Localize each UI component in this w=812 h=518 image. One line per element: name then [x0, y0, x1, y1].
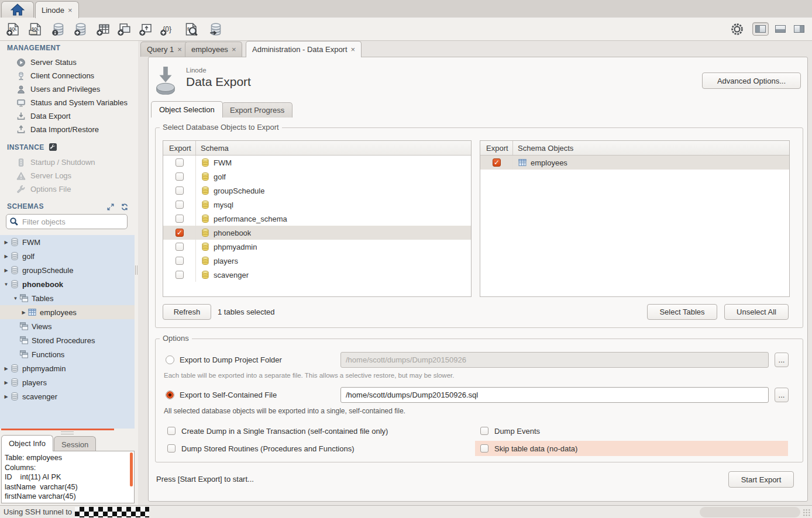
- reconnect-dbms-icon[interactable]: [208, 22, 224, 37]
- create-view-icon[interactable]: [116, 22, 132, 37]
- browse-file-button[interactable]: ...: [775, 388, 789, 402]
- self-contained-radio[interactable]: [166, 391, 174, 399]
- export-checkbox[interactable]: [176, 257, 184, 265]
- dump-stored-routines-checkbox[interactable]: [167, 444, 176, 453]
- chevron-right-icon[interactable]: [2, 254, 10, 259]
- export-checkbox[interactable]: [176, 172, 184, 181]
- connection-tab[interactable]: Linode ×: [35, 1, 79, 18]
- select-tables-button[interactable]: Select Tables: [647, 304, 717, 320]
- advanced-options-button[interactable]: Advanced Options...: [702, 72, 801, 89]
- schema-inspector-icon[interactable]: [50, 22, 67, 37]
- sidebar-item-options-file[interactable]: Options File: [0, 182, 135, 196]
- browse-folder-button[interactable]: ...: [775, 353, 789, 367]
- checkbox-label[interactable]: Skip table data (no-data): [494, 444, 577, 453]
- column-header-schema-objects[interactable]: Schema Objects: [513, 144, 573, 153]
- sidebar-item-startup-shutdown[interactable]: Startup / Shutdown: [0, 156, 135, 169]
- window-resize-grip[interactable]: [803, 509, 811, 517]
- sidebar-item-server-logs[interactable]: Server Logs: [0, 169, 135, 182]
- sidebar-item-data-import[interactable]: Data Import/Restore: [0, 123, 135, 136]
- table-row[interactable]: employees: [480, 156, 789, 170]
- toggle-bottom-panel-button[interactable]: [772, 22, 789, 36]
- export-checkbox[interactable]: [176, 229, 184, 237]
- sidebar-item-users-privileges[interactable]: Users and Privileges: [0, 82, 135, 96]
- start-export-button[interactable]: Start Export: [728, 471, 794, 488]
- tree-item-golf[interactable]: golf: [0, 249, 135, 263]
- export-checkbox[interactable]: [493, 158, 501, 167]
- create-schema-icon[interactable]: [73, 22, 89, 37]
- export-checkbox[interactable]: [176, 158, 184, 167]
- table-row[interactable]: performance_schema: [163, 212, 471, 226]
- export-checkbox[interactable]: [176, 215, 184, 223]
- chevron-right-icon[interactable]: [2, 366, 10, 371]
- dump-folder-radio[interactable]: [166, 355, 174, 364]
- table-row[interactable]: scavenger: [163, 268, 471, 282]
- tab-query-1[interactable]: Query 1×: [140, 42, 188, 57]
- checkbox-label[interactable]: Dump Stored Routines (Procedures and Fun…: [181, 444, 355, 453]
- column-header-export[interactable]: Export: [480, 141, 513, 155]
- single-transaction-checkbox[interactable]: [167, 427, 176, 435]
- new-sql-tab-icon[interactable]: [5, 22, 21, 37]
- self-contained-path-input[interactable]: [340, 387, 769, 403]
- dump-folder-path-input[interactable]: [340, 352, 769, 368]
- tab-session[interactable]: Session: [54, 436, 96, 452]
- tree-item-employees[interactable]: employees: [0, 305, 135, 319]
- column-header-schema[interactable]: Schema: [196, 144, 229, 153]
- table-row[interactable]: mysql: [163, 198, 471, 212]
- toggle-right-panel-button[interactable]: [791, 22, 807, 36]
- close-icon[interactable]: ×: [351, 46, 356, 53]
- dump-events-checkbox[interactable]: [480, 427, 488, 435]
- horizontal-splitter-grip[interactable]: [61, 431, 74, 434]
- sidebar-item-server-status[interactable]: Server Status: [0, 56, 135, 69]
- tree-item-tables[interactable]: Tables: [0, 291, 135, 305]
- tree-item-stored-procedures[interactable]: Stored Procedures: [0, 333, 135, 347]
- tab-employees[interactable]: employees×: [185, 42, 242, 57]
- tab-export-progress[interactable]: Export Progress: [222, 102, 293, 118]
- expand-schemas-icon[interactable]: [106, 203, 115, 211]
- preferences-gear-icon[interactable]: [729, 22, 745, 37]
- search-table-data-icon[interactable]: [183, 22, 199, 37]
- tree-item-groupschedule[interactable]: groupSchedule: [0, 263, 135, 277]
- tab-object-selection[interactable]: Object Selection: [151, 101, 223, 118]
- chevron-right-icon[interactable]: [20, 310, 27, 315]
- tab-object-info[interactable]: Object Info: [1, 435, 53, 451]
- chevron-right-icon[interactable]: [2, 268, 10, 273]
- chevron-down-icon[interactable]: [2, 282, 10, 287]
- home-tab[interactable]: [1, 1, 34, 18]
- chevron-right-icon[interactable]: [2, 394, 10, 399]
- export-checkbox[interactable]: [176, 243, 184, 251]
- tree-item-phonebook[interactable]: phonebook: [0, 277, 135, 291]
- table-row[interactable]: phonebook: [163, 226, 471, 240]
- checkbox-label[interactable]: Dump Events: [494, 427, 540, 436]
- tree-item-fwm[interactable]: FWM: [0, 235, 135, 249]
- tree-item-phpmyadmin[interactable]: phpmyadmin: [0, 361, 135, 375]
- tree-item-players[interactable]: players: [0, 375, 135, 389]
- export-checkbox[interactable]: [176, 271, 184, 279]
- vertical-scrollbar[interactable]: [130, 453, 133, 486]
- filter-objects-input[interactable]: [6, 214, 128, 229]
- create-function-icon[interactable]: [159, 22, 175, 37]
- close-icon[interactable]: ×: [232, 46, 236, 53]
- tab-administration-data-export[interactable]: Administration - Data Export×: [246, 41, 362, 57]
- refresh-button[interactable]: Refresh: [163, 304, 211, 320]
- table-row[interactable]: players: [163, 254, 471, 268]
- table-row[interactable]: groupSchedule: [163, 184, 471, 198]
- chevron-right-icon[interactable]: [2, 380, 10, 385]
- column-header-export[interactable]: Export: [163, 141, 196, 155]
- close-icon[interactable]: ×: [68, 6, 73, 14]
- chevron-down-icon[interactable]: [12, 296, 19, 301]
- table-row[interactable]: phpmyadmin: [163, 240, 471, 254]
- tree-scroll-indicator[interactable]: [1, 429, 114, 430]
- toggle-left-panel-button[interactable]: [752, 22, 769, 36]
- close-icon[interactable]: ×: [177, 46, 182, 53]
- export-checkbox[interactable]: [176, 201, 184, 209]
- table-row[interactable]: golf: [163, 170, 471, 184]
- self-contained-label[interactable]: Export to Self-Contained File: [180, 391, 277, 399]
- sidebar-item-data-export[interactable]: Data Export: [0, 109, 135, 123]
- open-sql-script-icon[interactable]: [27, 22, 43, 37]
- tree-item-scavenger[interactable]: scavenger: [0, 389, 135, 403]
- create-procedure-icon[interactable]: [137, 22, 154, 37]
- chevron-right-icon[interactable]: [2, 240, 10, 245]
- tree-item-functions[interactable]: Functions: [0, 347, 135, 361]
- create-table-icon[interactable]: [95, 22, 111, 37]
- horizontal-scrollbar[interactable]: [700, 507, 800, 517]
